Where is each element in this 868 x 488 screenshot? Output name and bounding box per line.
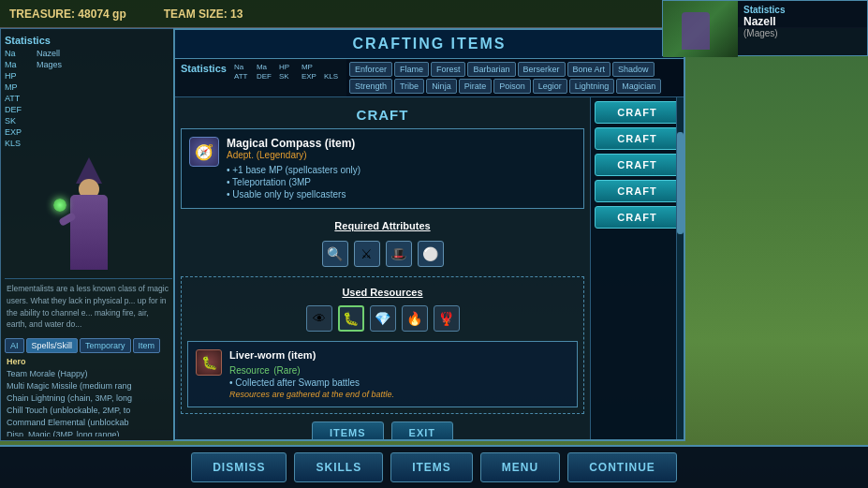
tag-tribe[interactable]: Tribe [394, 79, 424, 94]
character-description: Elementalists are a less known class of … [5, 278, 172, 334]
craft-panel-scrollbar[interactable] [676, 97, 684, 439]
skill-hero: Hero [5, 355, 172, 367]
stat-mp-abbrev: MP [302, 63, 322, 71]
exit-button[interactable]: EXIT [391, 421, 453, 439]
tag-enforcer[interactable]: Enforcer [349, 62, 392, 77]
craft-button-1[interactable]: CRAFT [595, 127, 680, 150]
bottom-navigation-bar: DISMISS SKILLS ITEMS MENU CONTINUE [0, 445, 868, 488]
craft-center-panel: CRAFT 🧭 Magical Compass (item) Adept. (L… [175, 97, 590, 439]
tooltip-rarity-value: (Rare) [273, 365, 300, 376]
stat-key-sk: SK [5, 116, 33, 126]
stat-ma-abbrev: Ma [257, 63, 277, 71]
statistics-header-label: Statistics [743, 5, 861, 15]
resource-tooltip: 🐛 Liver-worm (item) Resource (Rare) Coll… [187, 341, 578, 407]
stats-abbrev-row1: Na Ma HP MP [234, 63, 345, 71]
resource-icon-gem: 💎 [370, 305, 396, 332]
stat-row-class: Ma Mages [5, 59, 172, 70]
minimap-character [682, 12, 710, 50]
left-character-panel: Statistics Na Nazell Ma Mages HP MP ATT … [0, 28, 178, 441]
item-details: Magical Compass (item) Adept. (Legendary… [227, 137, 576, 200]
character-tabs[interactable]: AI Spells/Skill Temporary Item [5, 338, 172, 353]
resource-icon-eye: 👁 [306, 305, 332, 332]
tag-lightning[interactable]: Lightning [569, 79, 615, 94]
stat-key-kls: KLS [5, 139, 33, 148]
craft-button-0[interactable]: CRAFT [595, 101, 680, 124]
character-class-display: (Mages) [743, 28, 861, 38]
minimap [663, 1, 738, 57]
teamsize-value: 13 [230, 7, 243, 21]
tag-barbarian[interactable]: Barbarian [467, 62, 515, 77]
dismiss-button[interactable]: DISMISS [191, 452, 287, 482]
tag-strength[interactable]: Strength [349, 79, 392, 94]
tooltip-icon: 🐛 [196, 349, 222, 376]
tag-flame[interactable]: Flame [394, 62, 429, 77]
stat-key-mp: MP [5, 82, 33, 92]
items-button[interactable]: ITEMS [312, 421, 384, 439]
stat-row-sk: SK [5, 115, 172, 126]
craft-button-4[interactable]: CRAFT [595, 206, 680, 229]
stats-abbrev: Na Ma HP MP ATT DEF SK EXP KLS [232, 59, 346, 84]
stat-row-mp: MP [5, 81, 172, 93]
tooltip-note: Resources are gathered at the end of bat… [229, 390, 569, 399]
stat-row-kls: KLS [5, 138, 172, 149]
treasure-currency: gp [112, 7, 126, 21]
top-right-panel: Statistics Nazell (Mages) [662, 0, 868, 56]
item-properties: +1 base MP (spellcasters only) Teleporta… [227, 164, 576, 200]
tag-bone-art[interactable]: Bone Art [567, 62, 611, 77]
used-resources-area: Used Resources 👁 🐛 💎 🔥 🦞 🐛 Liver-worm (i… [181, 276, 584, 414]
stat-exp-abbrev: EXP [302, 72, 322, 81]
wizard-figure [51, 157, 126, 270]
resource-icon-worm: 🐛 [338, 305, 364, 332]
skill-chain-lightning: Chain Lightning (chain, 3MP, long [5, 392, 172, 404]
stats-abbrev-row2: ATT DEF SK EXP KLS [234, 72, 345, 81]
item-prop-1: Teleportation (3MP [227, 176, 576, 188]
tab-ai[interactable]: AI [5, 338, 24, 353]
stat-val-ma: Mages [37, 60, 62, 69]
skills-button[interactable]: SKILLS [294, 452, 383, 482]
tag-buttons-container: Enforcer Flame Forest Barbarian Berserke… [346, 59, 684, 96]
skill-command-elemental: Command Elemental (unblockab [5, 416, 172, 428]
stat-key-hp: HP [5, 71, 33, 81]
used-resources-label: Used Resources [187, 283, 578, 302]
tab-spells-skill[interactable]: Spells/Skill [26, 338, 79, 353]
tag-ninja[interactable]: Ninja [426, 79, 457, 94]
stat-key-def: DEF [5, 105, 33, 114]
tag-shadow[interactable]: Shadow [612, 62, 655, 77]
stat-row-def: DEF [5, 104, 172, 115]
attr-icon-hat: 🎩 [386, 241, 412, 267]
attr-icon-orb: ⚪ [418, 241, 444, 267]
item-name: Magical Compass (item) [227, 137, 576, 150]
top-right-info: Statistics Nazell (Mages) [738, 1, 867, 55]
tag-berserker[interactable]: Berserker [518, 62, 566, 77]
main-crafting-panel: CRAFTING ITEMS Statistics Na Ma HP MP AT… [173, 28, 685, 441]
skill-team-morale: Team Morale (Happy) [5, 367, 172, 379]
tag-pirate[interactable]: Pirate [459, 79, 493, 94]
stat-key-exp: EXP [5, 127, 33, 137]
craft-button-2[interactable]: CRAFT [595, 154, 680, 176]
stat-row-att: ATT [5, 93, 172, 104]
teamsize-label: TEAM SIZE: [164, 7, 228, 21]
item-prop-0: +1 base MP (spellcasters only) [227, 164, 576, 176]
tag-forest[interactable]: Forest [431, 62, 466, 77]
item-icon: 🧭 [189, 137, 219, 167]
tab-temporary[interactable]: Temporary [80, 338, 131, 353]
tab-items[interactable]: Item [133, 338, 161, 353]
resource-icons-row: 👁 🐛 💎 🔥 🦞 [187, 302, 578, 335]
tag-magician[interactable]: Magician [616, 79, 661, 94]
stat-val-na: Nazell [37, 49, 60, 58]
treasure-display: TREASURE: 48074 gp [9, 7, 126, 21]
tooltip-item-name: Liver-worm (item) [229, 349, 569, 361]
scrollbar-thumb [677, 132, 684, 235]
menu-button[interactable]: MENU [480, 452, 560, 482]
item-prop-2: Usable only by spellcasters [227, 188, 576, 200]
items-nav-button[interactable]: ITEMS [390, 452, 473, 482]
tag-legior[interactable]: Legior [533, 79, 567, 94]
tag-poison[interactable]: Poison [493, 79, 531, 94]
resource-icon-crab: 🦞 [434, 305, 460, 332]
tag-area: Statistics Na Ma HP MP ATT DEF SK EXP KL… [175, 59, 684, 97]
character-name-display: Nazell [743, 15, 861, 28]
skill-chill-touch: Chill Touch (unblockable, 2MP, to [5, 404, 172, 416]
craft-bottom-buttons: ITEMS EXIT [181, 414, 584, 439]
continue-button[interactable]: CONTINUE [567, 452, 677, 482]
craft-button-3[interactable]: CRAFT [595, 180, 680, 202]
